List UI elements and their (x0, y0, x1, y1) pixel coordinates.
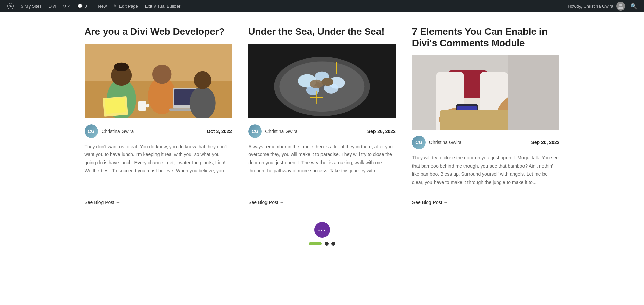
pagination-dot-2[interactable] (325, 242, 329, 246)
page-wrapper: Are you a Divi Web Developer? (0, 12, 644, 273)
post-image-3 (412, 55, 560, 130)
author-name-2: Christina Gwira (265, 129, 298, 134)
post-date-3: Sep 20, 2022 (531, 140, 559, 145)
see-post-link-2[interactable]: See Blog Post → (248, 200, 396, 205)
divi-link[interactable]: Divi (45, 0, 59, 12)
howdy-label: Howdy, Christina Gwira (568, 4, 613, 9)
svg-point-10 (152, 65, 171, 84)
svg-point-19 (194, 71, 211, 89)
post-divider-1 (85, 193, 232, 193)
comments-link[interactable]: 💬 0 (74, 0, 90, 12)
post-image-1 (85, 44, 232, 118)
avatar-circle-3: CG (412, 136, 426, 149)
post-divider-3 (412, 193, 560, 193)
post-meta-1: CG Christina Gwira Oct 3, 2022 (85, 124, 232, 138)
mysites-label: My Sites (25, 4, 42, 9)
pagination-dot-3[interactable] (331, 242, 335, 246)
svg-rect-55 (508, 55, 560, 130)
pencil-icon: ✎ (113, 4, 117, 9)
divi-label: Divi (49, 4, 56, 9)
svg-point-2 (619, 4, 622, 6)
post-date-1: Oct 3, 2022 (207, 129, 232, 134)
visual-builder-label: Exit Visual Builder (145, 4, 181, 9)
post-meta-3: CG Christina Gwira Sep 20, 2022 (412, 136, 560, 149)
pagination-dots (309, 242, 335, 246)
svg-point-22 (280, 61, 365, 112)
svg-point-29 (321, 78, 333, 86)
svg-rect-14 (138, 101, 146, 110)
admin-bar: W ⌂ My Sites Divi ↻ 4 💬 0 + New ✎ Edit P… (0, 0, 644, 12)
post-divider-2 (248, 193, 396, 193)
author-name-1: Christina Gwira (102, 129, 134, 134)
avatar-icon (618, 3, 624, 9)
author-avatar-1: CG (85, 124, 98, 138)
avatar-circle-2: CG (248, 124, 262, 138)
admin-bar-right: Howdy, Christina Gwira 🔍 (568, 2, 640, 11)
wordpress-logo-link[interactable]: W (4, 0, 17, 12)
post-excerpt-2: Always remember in the jungle there's a … (248, 143, 396, 187)
svg-point-28 (310, 79, 323, 88)
post-title-3: 7 Elements You Can Enable in Divi's Comm… (412, 26, 560, 49)
edit-page-link[interactable]: ✎ Edit Page (110, 0, 141, 12)
svg-rect-17 (104, 97, 126, 114)
mysites-link[interactable]: ⌂ My Sites (17, 0, 45, 12)
edit-page-label: Edit Page (119, 4, 138, 9)
post-meta-2: CG Christina Gwira Sep 26, 2022 (248, 124, 396, 138)
post-excerpt-1: They don't want us to eat. You do know, … (85, 143, 232, 187)
svg-point-3 (618, 7, 623, 9)
wordpress-icon: W (7, 3, 14, 9)
post-image-svg-3 (412, 55, 560, 130)
author-avatar-2: CG (248, 124, 262, 138)
updates-count: 4 (68, 4, 70, 9)
post-title-2: Under the Sea, Under the Sea! (248, 26, 396, 37)
comments-count: 0 (85, 4, 87, 9)
svg-text:W: W (9, 4, 13, 8)
see-post-link-3[interactable]: See Blog Post → (412, 200, 560, 205)
author-name-3: Christina Gwira (429, 140, 462, 145)
post-image-2 (248, 44, 396, 118)
home-icon: ⌂ (20, 4, 23, 9)
post-date-2: Sep 26, 2022 (367, 129, 396, 134)
pagination-active-bar[interactable] (309, 242, 322, 245)
visual-builder-link[interactable]: Exit Visual Builder (142, 0, 184, 12)
author-avatar-3: CG (412, 136, 426, 149)
post-card-3: 7 Elements You Can Enable in Divi's Comm… (412, 26, 560, 205)
plus-icon: + (94, 4, 96, 9)
avatar[interactable] (616, 2, 625, 11)
post-image-svg-1 (85, 44, 232, 118)
author-info-1: CG Christina Gwira (85, 124, 134, 138)
post-card-1: Are you a Divi Web Developer? (85, 26, 232, 205)
posts-grid: Are you a Divi Web Developer? (85, 26, 560, 205)
author-info-2: CG Christina Gwira (248, 124, 298, 138)
svg-point-8 (114, 62, 128, 71)
avatar-circle-1: CG (85, 124, 98, 138)
updates-link[interactable]: ↻ 4 (59, 0, 74, 12)
new-label: New (98, 4, 107, 9)
svg-rect-15 (146, 104, 149, 107)
post-title-1: Are you a Divi Web Developer? (85, 26, 232, 37)
new-link[interactable]: + New (90, 0, 110, 12)
search-button[interactable]: 🔍 (628, 3, 640, 10)
svg-point-18 (189, 86, 215, 118)
updates-icon: ↻ (62, 4, 66, 9)
author-info-3: CG Christina Gwira (412, 136, 462, 149)
post-excerpt-3: They will try to close the door on you, … (412, 154, 560, 186)
see-post-link-1[interactable]: See Blog Post → (85, 200, 232, 205)
comments-icon: 💬 (77, 4, 83, 9)
more-button[interactable]: ··· (314, 222, 330, 238)
post-image-svg-2 (248, 44, 396, 118)
pagination-area: ··· (20, 222, 624, 246)
post-card-2: Under the Sea, Under the Sea! (248, 26, 396, 205)
